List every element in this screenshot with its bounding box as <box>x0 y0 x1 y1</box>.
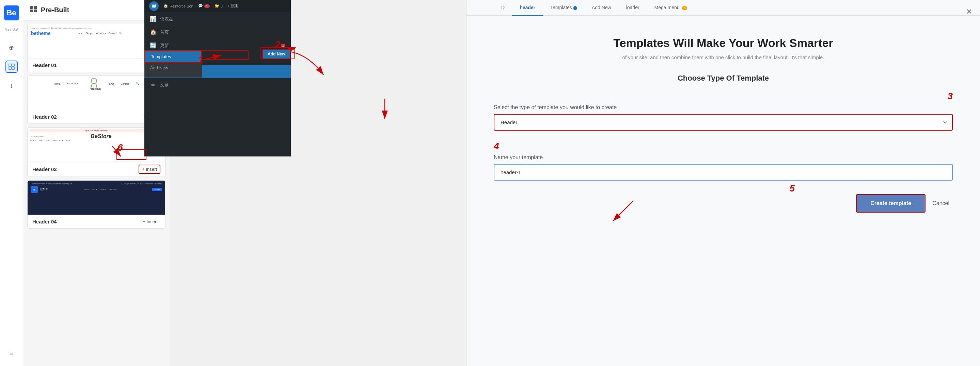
modal-close-button[interactable]: × <box>966 6 972 17</box>
tab-header[interactable]: header <box>512 0 543 16</box>
step-6-label: 6 <box>118 142 123 153</box>
modal-step5: 5 <box>790 183 795 194</box>
home-icon: 🏠 <box>150 29 157 35</box>
sidebar: Be V27.3.9 ⊕ ↕ ≡ <box>0 0 23 366</box>
modal-heading: Templates Will Make Your Work Smarter of… <box>466 16 980 63</box>
wp-menu-dashboard-label: 仪表盘 <box>160 16 173 22</box>
select-label: Select the type of template you would li… <box>494 105 953 111</box>
modal-actions: 5 Create template Cancel <box>494 194 953 212</box>
template-footer-04: Header 04 + Insert <box>28 215 165 228</box>
wp-menu-home[interactable]: 🏠 首页 <box>145 25 291 39</box>
wp-new-post[interactable]: + 新建 <box>228 3 238 8</box>
preview-search <box>30 135 50 138</box>
insert-btn-04[interactable]: + Insert <box>140 218 161 225</box>
preview-sale-bar: Up to 20% off palo Shop now <box>30 129 163 132</box>
preview-logo-03: BeStore <box>91 133 111 139</box>
preview-nav-links: HomeShop ▾About usContact🔍 <box>77 32 123 35</box>
submenu-popup: Templates Add New <box>145 50 202 78</box>
wp-menu-posts-label: 文章 <box>160 82 169 88</box>
grid-icon[interactable] <box>5 60 18 73</box>
template-name-input[interactable] <box>494 164 953 181</box>
wp-menu-home-label: 首页 <box>160 29 169 35</box>
svg-text:BETHEME: BETHEME <box>91 88 101 90</box>
svg-rect-5 <box>34 6 37 9</box>
template-name-04: Header 04 <box>32 219 57 225</box>
preview-topbar: have any questions? ☎ +44 383 156 264 ✉ … <box>31 27 162 29</box>
modal-step4: 4 <box>494 141 499 151</box>
mega-menu-badge: 0 <box>682 6 687 10</box>
dashboard-icon: 📊 <box>150 16 157 22</box>
template-name-01: Header 01 <box>32 62 57 68</box>
step-2-label: 2 <box>275 39 281 50</box>
wp-menu-posts[interactable]: ✏ 文章 <box>145 78 291 92</box>
template-card-04: Lorem ipsum dolor sit amet, consectetur … <box>27 180 165 228</box>
preview-top-04: Lorem ipsum dolor sit amet, consectetur … <box>31 183 162 185</box>
tab-loader[interactable]: loader <box>619 0 647 16</box>
wp-menu-updates-label: 更新 <box>160 43 169 49</box>
try-now-btn[interactable]: Try now <box>152 188 162 191</box>
template-preview-04: Lorem ipsum dolor sit amet, consectetur … <box>28 181 165 215</box>
wp-site-name[interactable]: 🏠 Reinforce Son <box>164 4 193 8</box>
preview-nav2: SHOP ▾ABOUT US ▾SERVICES ▾CON... <box>30 139 163 141</box>
arrow-step3 <box>375 95 443 129</box>
template-name-03: Header 03 <box>32 166 57 172</box>
modal-body: Choose Type Of Template 3 Select the typ… <box>466 63 980 223</box>
svg-rect-4 <box>30 6 33 9</box>
grid-topbar-icon <box>30 6 37 14</box>
preview-logo-box: B <box>31 186 38 193</box>
updates-icon: 🔄 <box>150 42 157 49</box>
templates-badge <box>573 6 577 10</box>
wp-comments-count[interactable]: 💬 1 <box>198 4 210 8</box>
page-title: Pre-Built <box>41 6 69 14</box>
svg-rect-6 <box>30 10 33 12</box>
modal-section-title: Choose Type Of Template <box>494 74 953 82</box>
preview-logo-02: BETHEME <box>86 79 102 89</box>
modal-tab-bar: D header Templates Add New loader Mega m… <box>466 0 980 16</box>
modal-title: Templates Will Make Your Work Smarter <box>487 36 959 50</box>
step-1-label: 1 <box>198 54 204 65</box>
tab-mega-menu[interactable]: Mega menu 0 <box>647 0 695 16</box>
sort-icon[interactable]: ↕ <box>5 79 18 92</box>
tab-templates[interactable]: Templates <box>543 0 584 16</box>
preview-nav-02: Home About us ▾ BETHEME FAQ Contact 🔍 <box>54 79 138 89</box>
cancel-button[interactable]: Cancel <box>932 200 949 206</box>
create-template-button[interactable]: Create template <box>856 194 926 212</box>
tab-add-new[interactable]: Add New <box>584 0 619 16</box>
sidebar-bottom-icon[interactable]: ≡ <box>5 347 18 359</box>
layers-icon[interactable]: ≡ <box>5 347 18 359</box>
submenu-add-new[interactable]: Add New <box>145 63 202 73</box>
modal-panel: × D header Templates Add New loader Mega… <box>466 0 980 366</box>
topbar: Pre-Built <box>23 0 146 21</box>
preview-logo: betheme <box>31 31 51 36</box>
modal-step3: 3 <box>947 91 953 101</box>
wp-site-name-text: Reinforce Son <box>170 4 193 8</box>
sidebar-icons: ⊕ ↕ <box>5 41 18 92</box>
insert-btn-03[interactable]: + Insert <box>138 165 161 174</box>
preview-nav: betheme HomeShop ▾About usContact🔍 Click… <box>31 31 162 36</box>
submenu-templates[interactable]: Templates <box>145 51 202 63</box>
svg-rect-0 <box>9 64 11 67</box>
app-logo: Be <box>4 5 19 21</box>
svg-rect-3 <box>12 67 14 70</box>
svg-rect-1 <box>12 64 14 67</box>
modal-description: of your site, and then combine them with… <box>604 54 842 60</box>
preview-nav3-04: HomeShop ▾About usHelp desk <box>84 189 116 190</box>
svg-point-8 <box>91 78 97 84</box>
tab-d[interactable]: D <box>494 0 512 16</box>
template-name-02: Header 02 <box>32 114 57 120</box>
input-label: Name your template <box>494 154 953 160</box>
wp-comments-badge: 1 <box>204 5 210 8</box>
svg-rect-2 <box>9 67 11 70</box>
add-icon[interactable]: ⊕ <box>5 41 18 54</box>
template-type-select[interactable]: Header Footer Section <box>494 114 953 131</box>
wp-logo: W <box>149 2 159 11</box>
preview-logo-04: B BethemeCenter <box>31 186 48 193</box>
app-version: V27.3.9 <box>5 27 18 31</box>
updates-badge: 1 <box>281 44 285 47</box>
svg-rect-7 <box>34 10 37 12</box>
wp-likes-count[interactable]: 🌟 0 <box>215 4 223 8</box>
posts-icon: ✏ <box>150 82 157 88</box>
add-new-button[interactable]: Add New <box>262 49 290 59</box>
arrow-to-modal <box>272 34 409 102</box>
wp-menu-dashboard[interactable]: 📊 仪表盘 <box>145 12 291 25</box>
